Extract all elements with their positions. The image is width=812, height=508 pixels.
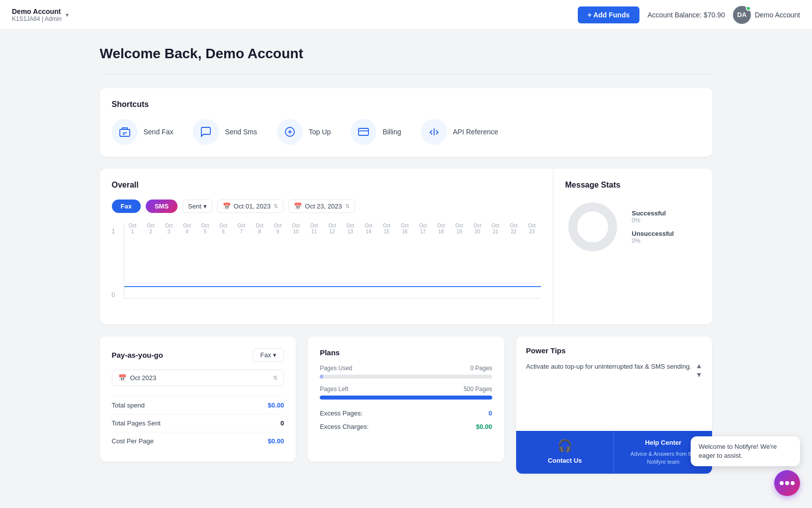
excess-pages-value: 0 <box>489 409 492 417</box>
shortcut-billing-label: Billing <box>382 128 401 136</box>
updown-icon: ⇅ <box>273 203 278 209</box>
header: Demo Account K1S1JA84 | Admin ▾ + Add Fu… <box>0 0 812 30</box>
account-name: Demo Account <box>12 7 62 15</box>
add-funds-button[interactable]: + Add Funds <box>578 6 640 23</box>
chat-dot-3 <box>791 481 795 485</box>
payg-card: Pay-as-you-go Fax ▾ 📅 Oct 2023 ⇅ Total s… <box>100 336 296 462</box>
header-right: + Add Funds Account Balance: $70.90 DA D… <box>578 6 800 24</box>
pages-used-bar <box>320 375 492 379</box>
headset-icon: 🎧 <box>557 439 572 453</box>
svg-point-9 <box>573 207 613 247</box>
divider <box>100 74 713 74</box>
calendar-icon-payg: 📅 <box>118 374 126 382</box>
tip-chevrons: ▲ ▼ <box>696 362 703 379</box>
pages-used-fill <box>320 375 323 379</box>
calendar-icon-end: 📅 <box>294 203 302 210</box>
donut-svg <box>565 200 620 254</box>
pages-used-value: 0 Pages <box>470 365 492 372</box>
plans-card: Plans Pages Used 0 Pages Pages Left 500 … <box>308 336 504 462</box>
payg-title: Pay-as-you-go <box>112 351 163 359</box>
chat-widget: Welcome to Notifyre! We're eager to assi… <box>691 436 800 490</box>
shortcut-api[interactable]: API Reference <box>421 119 498 145</box>
overall-title: Overall <box>112 181 541 190</box>
tip-chevron-up[interactable]: ▲ <box>696 362 703 370</box>
date-start-input[interactable]: 📅 Oct 01, 2023 ⇅ <box>217 200 283 213</box>
chart-plot <box>124 223 541 299</box>
date-end-input[interactable]: 📅 Oct 23, 2023 ⇅ <box>288 200 355 213</box>
chart-area: 1 0 Oct1Oct2Oct3Oct4Oct5Oct6Oct7Oct8Oct9… <box>112 223 541 312</box>
donut-chart <box>565 200 620 254</box>
donut-wrap: Successful 0% Unsuccessful 0% <box>565 200 701 254</box>
total-spend-value: $0.00 <box>268 402 284 409</box>
header-left: Demo Account K1S1JA84 | Admin ▾ <box>12 7 69 22</box>
power-tips-title: Power Tips <box>526 346 703 355</box>
payg-stat-cost-per-page: Cost Per Page $0.00 <box>112 432 284 450</box>
payg-stat-pages-sent: Total Pages Sent 0 <box>112 414 284 432</box>
chevron-down-icon: ▾ <box>203 203 207 210</box>
shortcut-send-fax[interactable]: Send Fax <box>112 119 174 145</box>
contact-us-item[interactable]: 🎧 Contact Us <box>516 431 614 474</box>
chevron-down-icon: ▾ <box>273 351 276 359</box>
successful-pct: 0% <box>632 217 674 224</box>
help-center-label: Help Center <box>645 439 681 446</box>
payg-filter[interactable]: Fax ▾ <box>253 348 284 362</box>
shortcut-top-up[interactable]: Top Up <box>277 119 331 145</box>
message-stats-section: Message Stats Successful 0% Unsuccessful… <box>553 169 713 324</box>
filter-sent[interactable]: Sent ▾ <box>182 200 212 213</box>
message-stats-title: Message Stats <box>565 181 701 190</box>
contact-help-row: 🎧 Contact Us Help Center Advice & Answer… <box>516 431 713 474</box>
contact-us-label: Contact Us <box>548 457 582 464</box>
chat-dots <box>780 481 795 485</box>
account-sub: K1S1JA84 | Admin <box>12 15 62 22</box>
chat-avatar-button[interactable] <box>774 470 800 490</box>
pages-sent-value: 0 <box>280 419 284 427</box>
cost-per-page-value: $0.00 <box>268 437 284 445</box>
chart-svg <box>124 223 541 288</box>
stat-legend: Successful 0% Unsuccessful 0% <box>632 209 674 244</box>
payg-date-input[interactable]: 📅 Oct 2023 ⇅ <box>112 370 284 386</box>
cost-per-page-label: Cost Per Page <box>112 437 154 445</box>
shortcut-topup-label: Top Up <box>309 128 331 136</box>
chart-y-zero: 0 <box>112 292 115 299</box>
power-tips-card: Power Tips Activate auto top-up for unin… <box>516 336 713 474</box>
tab-sms[interactable]: SMS <box>146 200 178 213</box>
avatar: DA <box>733 6 751 24</box>
account-chevron-icon[interactable]: ▾ <box>66 11 69 18</box>
shortcuts-card: Shortcuts Send Fax Send Sms <box>100 88 713 157</box>
user-name: Demo Account <box>755 11 800 19</box>
shortcut-send-sms[interactable]: Send Sms <box>193 119 257 145</box>
chat-bubble: Welcome to Notifyre! We're eager to assi… <box>691 436 800 466</box>
user-menu[interactable]: DA Demo Account <box>733 6 800 24</box>
shortcut-fax-label: Send Fax <box>144 128 174 136</box>
pages-left-bar <box>320 396 492 400</box>
successful-stat: Successful 0% <box>632 209 674 224</box>
tab-fax[interactable]: Fax <box>112 200 141 213</box>
updown-icon-end: ⇅ <box>345 203 350 209</box>
plans-title: Plans <box>320 348 492 357</box>
excess-charges-row: Excess Charges: $0.00 <box>320 420 492 433</box>
shortcut-sms-label: Send Sms <box>225 128 257 136</box>
main-content: Welcome Back, Demo Account Shortcuts Sen… <box>88 30 724 490</box>
tip-chevron-down[interactable]: ▼ <box>696 371 703 379</box>
pages-left-row: Pages Left 500 Pages <box>320 386 492 400</box>
unsuccessful-pct: 0% <box>632 237 674 244</box>
fax-icon <box>112 119 138 145</box>
bottom-row: Pay-as-you-go Fax ▾ 📅 Oct 2023 ⇅ Total s… <box>100 336 713 474</box>
power-tips-content: Power Tips Activate auto top-up for unin… <box>516 336 713 431</box>
successful-label: Successful <box>632 209 674 217</box>
avatar-initials: DA <box>737 11 747 18</box>
welcome-title: Welcome Back, Demo Account <box>100 46 713 62</box>
chat-dot-1 <box>780 481 784 485</box>
chart-y-max: 1 <box>112 228 115 235</box>
pages-left-fill <box>320 396 492 400</box>
shortcut-billing[interactable]: Billing <box>351 119 401 145</box>
svg-rect-6 <box>359 128 368 135</box>
payg-header: Pay-as-you-go Fax ▾ <box>112 348 284 362</box>
calendar-icon: 📅 <box>223 203 231 210</box>
shortcuts-row: Send Fax Send Sms Top Up <box>112 119 701 145</box>
pages-left-label: Pages Left <box>320 386 348 393</box>
excess-pages-label: Excess Pages: <box>320 409 362 417</box>
sms-icon <box>193 119 219 145</box>
chat-dot-2 <box>785 481 789 485</box>
pages-left-labels: Pages Left 500 Pages <box>320 386 492 393</box>
